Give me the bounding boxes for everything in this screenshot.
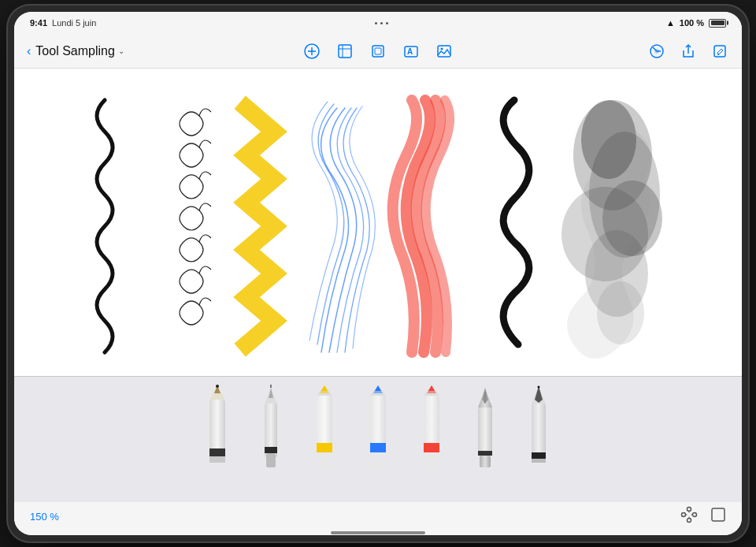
sample-marker-red — [393, 100, 450, 352]
svg-rect-62 — [532, 459, 546, 463]
frame-icon[interactable] — [710, 507, 726, 527]
back-button[interactable]: ‹ — [27, 44, 31, 58]
svg-rect-48 — [424, 396, 439, 447]
tool-palette — [14, 376, 742, 502]
svg-rect-7 — [375, 48, 381, 54]
wifi-icon: ▲ — [666, 18, 675, 28]
dot-2 — [380, 22, 383, 24]
sample-pen-black — [97, 100, 113, 352]
svg-rect-61 — [532, 452, 546, 459]
date-display: Lundi 5 juin — [52, 18, 96, 28]
sample-marker-yellow — [246, 108, 274, 344]
svg-rect-50 — [425, 452, 438, 468]
canvas-area[interactable] — [14, 69, 742, 376]
pen-container — [38, 385, 718, 494]
home-indicator — [14, 530, 742, 535]
svg-rect-49 — [424, 443, 439, 452]
tool-marker-yellow[interactable] — [307, 384, 342, 486]
battery-bar — [709, 19, 726, 28]
tool-fineliner-black[interactable] — [254, 384, 288, 486]
svg-point-11 — [441, 47, 443, 50]
title-chevron: ⌄ — [118, 47, 124, 55]
svg-rect-37 — [317, 443, 332, 452]
svg-rect-55 — [478, 451, 492, 456]
svg-point-66 — [682, 512, 686, 516]
tool-pencil-black[interactable] — [200, 384, 235, 486]
edit-icon[interactable] — [710, 42, 729, 61]
sample-pen-thick-black — [503, 100, 529, 344]
bottom-bar: 150 % — [14, 502, 742, 530]
svg-rect-56 — [480, 456, 491, 467]
svg-rect-26 — [209, 456, 225, 463]
svg-rect-74 — [712, 508, 724, 521]
svg-rect-36 — [317, 396, 332, 447]
svg-rect-44 — [372, 452, 384, 468]
svg-rect-32 — [266, 453, 276, 467]
svg-rect-43 — [370, 443, 386, 452]
svg-rect-3 — [339, 45, 351, 58]
tool-marker-red[interactable] — [414, 384, 449, 486]
home-bar — [331, 531, 425, 534]
svg-point-65 — [538, 386, 540, 389]
svg-rect-54 — [478, 407, 492, 455]
time-display: 9:41 — [30, 18, 47, 28]
sample-pencil-blue — [309, 102, 375, 352]
svg-marker-47 — [375, 385, 381, 391]
tool-marker-blue[interactable] — [361, 384, 395, 486]
tool-brush-black[interactable] — [521, 384, 556, 486]
svg-marker-53 — [428, 385, 435, 391]
tool-fountain-pen[interactable] — [468, 384, 502, 486]
svg-rect-42 — [370, 396, 386, 447]
ipad-frame: 9:41 Lundi 5 juin ▲ 100 % ‹ Tool Sa — [8, 6, 748, 541]
battery-fill — [711, 20, 724, 25]
svg-rect-31 — [265, 447, 277, 453]
svg-point-69 — [687, 518, 691, 522]
svg-point-29 — [216, 385, 219, 388]
svg-text:A: A — [407, 47, 413, 56]
sample-watercolor-gray — [561, 100, 662, 359]
pages-icon[interactable] — [335, 42, 354, 61]
toolbar-center: A — [302, 42, 454, 61]
dot-3 — [386, 22, 388, 24]
status-bar: 9:41 Lundi 5 juin ▲ 100 % — [14, 12, 742, 34]
svg-rect-60 — [532, 404, 546, 460]
layers-icon[interactable] — [369, 42, 387, 61]
bottom-right-icons — [680, 506, 726, 527]
ipad-screen: 9:41 Lundi 5 juin ▲ 100 % ‹ Tool Sa — [14, 12, 742, 535]
sample-fineliner-black — [180, 109, 211, 325]
status-center — [375, 22, 388, 24]
nodes-icon[interactable] — [680, 506, 698, 527]
svg-rect-15 — [714, 46, 725, 57]
svg-point-67 — [687, 507, 691, 511]
status-left: 9:41 Lundi 5 juin — [30, 18, 96, 28]
text-icon[interactable]: A — [402, 42, 421, 61]
svg-point-68 — [693, 512, 697, 516]
history-icon[interactable] — [647, 42, 666, 61]
image-icon[interactable] — [435, 42, 454, 61]
svg-rect-38 — [318, 452, 331, 468]
document-title[interactable]: Tool Sampling ⌄ — [35, 44, 124, 58]
drawing-canvas — [14, 69, 742, 376]
svg-rect-25 — [209, 448, 225, 456]
svg-marker-41 — [321, 385, 328, 391]
share-icon[interactable] — [679, 42, 698, 61]
title-text: Tool Sampling — [35, 44, 115, 58]
toolbar-right — [647, 42, 729, 61]
zoom-level[interactable]: 150 % — [30, 511, 59, 523]
status-right: ▲ 100 % — [666, 18, 726, 28]
toolbar: ‹ Tool Sampling ⌄ — [14, 34, 742, 69]
dot-1 — [375, 22, 377, 24]
annotation-icon[interactable] — [302, 42, 321, 61]
svg-rect-6 — [372, 46, 384, 57]
battery-display: 100 % — [680, 18, 704, 28]
